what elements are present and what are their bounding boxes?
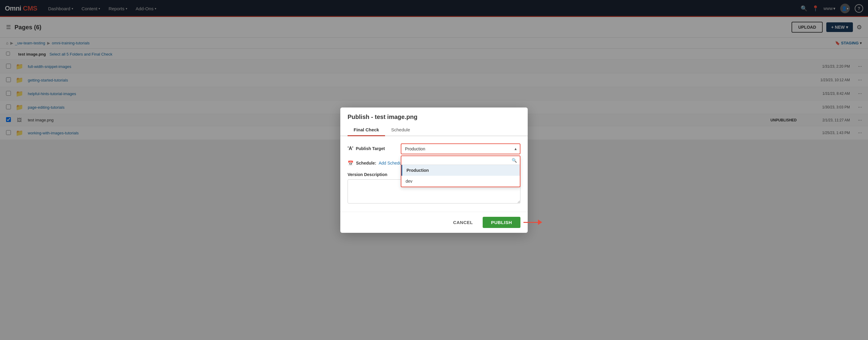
modal-body: 'A' Publish Target Production dev ▲ xyxy=(340,136,528,140)
modal-header: Publish - test image.png xyxy=(340,107,528,121)
modal-title: Publish - test image.png xyxy=(347,113,417,120)
modal-tabs: Final Check Schedule xyxy=(340,124,528,136)
tab-schedule-label: Schedule xyxy=(391,127,410,132)
tab-final-check-label: Final Check xyxy=(353,127,379,132)
publish-modal: Publish - test image.png Final Check Sch… xyxy=(340,107,528,140)
tab-schedule[interactable]: Schedule xyxy=(385,124,416,136)
tab-final-check[interactable]: Final Check xyxy=(347,124,385,136)
modal-overlay: Publish - test image.png Final Check Sch… xyxy=(0,0,868,140)
